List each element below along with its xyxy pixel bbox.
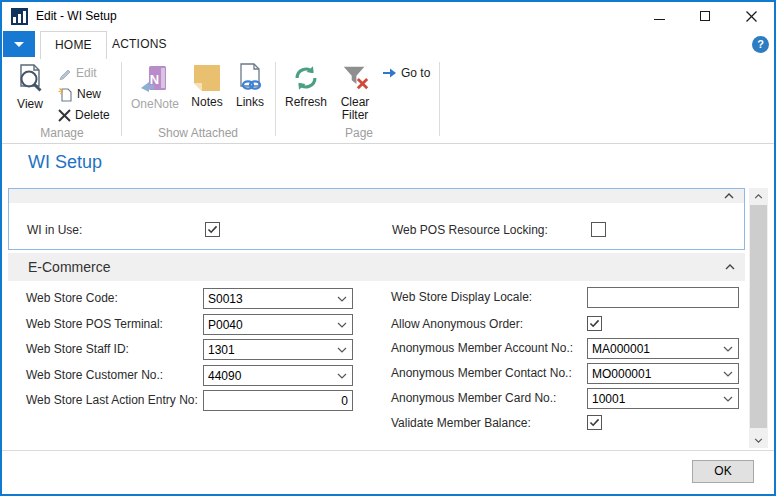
new-button[interactable]: New: [58, 85, 101, 103]
group-separator: [121, 62, 122, 136]
footer-divider: [2, 450, 774, 451]
check-icon: [589, 418, 600, 427]
field-label-wi-in-use: WI in Use:: [27, 220, 82, 241]
minimize-icon: [654, 19, 665, 20]
web-pos-resource-locking-checkbox[interactable]: [591, 222, 606, 237]
scroll-up-button[interactable]: [749, 188, 768, 204]
ribbon-tab-row: HOME ACTIONS ?: [2, 30, 774, 57]
chevron-down-icon[interactable]: [723, 396, 733, 402]
group-label-manage: Manage: [6, 126, 118, 140]
onenote-icon: N: [139, 63, 171, 95]
field-label-web-store-last-action-entry-no: Web Store Last Action Entry No:: [26, 390, 198, 411]
field-label-anonymous-member-contact-no: Anonymous Member Contact No.:: [391, 363, 572, 384]
validate-member-balance-checkbox[interactable]: [587, 415, 602, 430]
app-logo-icon: [11, 8, 28, 25]
scroll-down-button[interactable]: [749, 432, 768, 448]
vertical-scrollbar[interactable]: [749, 188, 768, 448]
new-label: New: [77, 87, 101, 101]
field-label-web-store-staff-id: Web Store Staff ID:: [26, 339, 129, 360]
notes-sticky-icon: [192, 63, 222, 93]
web-store-pos-terminal-combo[interactable]: P0040: [203, 314, 353, 335]
ok-button[interactable]: OK: [692, 460, 754, 483]
web-store-staff-id-combo[interactable]: 1301: [203, 339, 353, 360]
web-store-staff-id-value: 1301: [204, 343, 337, 357]
close-icon: [746, 11, 757, 22]
anonymous-member-contact-no-combo[interactable]: MO000001: [587, 363, 739, 384]
delete-label: Delete: [75, 108, 110, 122]
collapse-chevron-icon[interactable]: [725, 264, 735, 270]
new-page-icon: [58, 87, 73, 102]
links-button[interactable]: Links: [230, 60, 270, 109]
web-store-display-locale-input[interactable]: [587, 287, 739, 308]
window-title: Edit - WI Setup: [36, 9, 117, 23]
ecommerce-section-title: E-Commerce: [28, 253, 110, 281]
anonymous-member-card-no-combo[interactable]: 10001: [587, 388, 739, 409]
web-store-last-action-entry-no-input[interactable]: 0: [203, 390, 353, 411]
web-store-customer-no-combo[interactable]: 44090: [203, 365, 353, 386]
view-icon: [14, 63, 46, 95]
close-button[interactable]: [728, 2, 774, 30]
window-edit-wi-setup: Edit - WI Setup HOME ACTIONS ?: [0, 0, 776, 496]
group-label-show-attached: Show Attached: [124, 126, 272, 140]
minimize-button[interactable]: [636, 2, 682, 30]
go-to-button[interactable]: Go to: [382, 64, 430, 82]
application-menu-button[interactable]: [3, 31, 35, 57]
clear-filter-label: Clear Filter: [335, 96, 375, 122]
refresh-label: Refresh: [285, 96, 327, 109]
field-label-web-store-display-locale: Web Store Display Locale:: [391, 287, 532, 308]
onenote-label: OneNote: [131, 98, 179, 111]
delete-x-icon: [58, 109, 71, 122]
field-label-anonymous-member-account-no: Anonymous Member Account No.:: [391, 338, 573, 359]
scrollbar-thumb[interactable]: [750, 205, 767, 428]
view-button[interactable]: View: [8, 60, 52, 111]
anonymous-member-account-no-value: MA000001: [588, 342, 723, 356]
fasttab-ecommerce-header[interactable]: E-Commerce: [8, 253, 745, 281]
go-to-label: Go to: [401, 66, 430, 80]
go-to-arrow-icon: [382, 67, 397, 79]
anonymous-member-contact-no-value: MO000001: [588, 367, 723, 381]
chevron-down-icon[interactable]: [723, 346, 733, 352]
web-store-pos-terminal-value: P0040: [204, 318, 337, 332]
maximize-button[interactable]: [682, 2, 728, 30]
check-icon: [207, 225, 218, 234]
chevron-up-icon: [754, 194, 763, 199]
web-store-customer-no-value: 44090: [204, 369, 337, 383]
svg-text:N: N: [150, 72, 159, 87]
tab-actions[interactable]: ACTIONS: [98, 31, 181, 57]
field-label-validate-member-balance: Validate Member Balance:: [391, 413, 531, 434]
refresh-icon: [291, 63, 321, 93]
collapse-chevron-icon[interactable]: [724, 193, 734, 199]
edit-button: Edit: [58, 64, 97, 82]
fasttab-general: WI in Use: Web POS Resource Locking:: [8, 188, 745, 250]
title-bar: Edit - WI Setup: [2, 2, 774, 30]
chevron-down-icon[interactable]: [337, 296, 347, 302]
chevron-down-icon[interactable]: [337, 373, 347, 379]
wi-in-use-checkbox[interactable]: [205, 222, 220, 237]
allow-anonymous-order-checkbox[interactable]: [587, 316, 602, 331]
field-label-web-store-customer-no: Web Store Customer No.:: [26, 365, 163, 386]
ribbon-group-manage: View Edit New Delete: [6, 57, 118, 143]
delete-button[interactable]: Delete: [58, 106, 110, 124]
bar-chart-glyph: [13, 10, 26, 23]
field-label-anonymous-member-card-no: Anonymous Member Card No.:: [391, 388, 556, 409]
links-chain-icon: [235, 63, 265, 93]
web-store-last-action-entry-no-value: 0: [204, 394, 352, 408]
links-label: Links: [236, 96, 264, 109]
chevron-down-icon[interactable]: [337, 347, 347, 353]
anonymous-member-account-no-combo[interactable]: MA000001: [587, 338, 739, 359]
group-separator: [275, 62, 276, 136]
help-button[interactable]: ?: [752, 36, 769, 53]
field-label-web-store-pos-terminal: Web Store POS Terminal:: [26, 314, 163, 335]
clear-filter-button[interactable]: Clear Filter: [332, 60, 378, 122]
notes-button[interactable]: Notes: [186, 60, 228, 109]
field-label-web-store-code: Web Store Code:: [26, 288, 118, 309]
chevron-down-icon[interactable]: [723, 371, 733, 377]
onenote-button: N OneNote: [126, 60, 184, 111]
group-label-page: Page: [280, 126, 438, 140]
tab-home[interactable]: HOME: [40, 31, 107, 59]
ribbon: View Edit New Delete: [2, 57, 774, 144]
chevron-down-icon[interactable]: [337, 322, 347, 328]
web-store-code-combo[interactable]: S0013: [203, 288, 353, 309]
refresh-button[interactable]: Refresh: [282, 60, 330, 109]
fasttab-general-header[interactable]: [9, 189, 744, 203]
